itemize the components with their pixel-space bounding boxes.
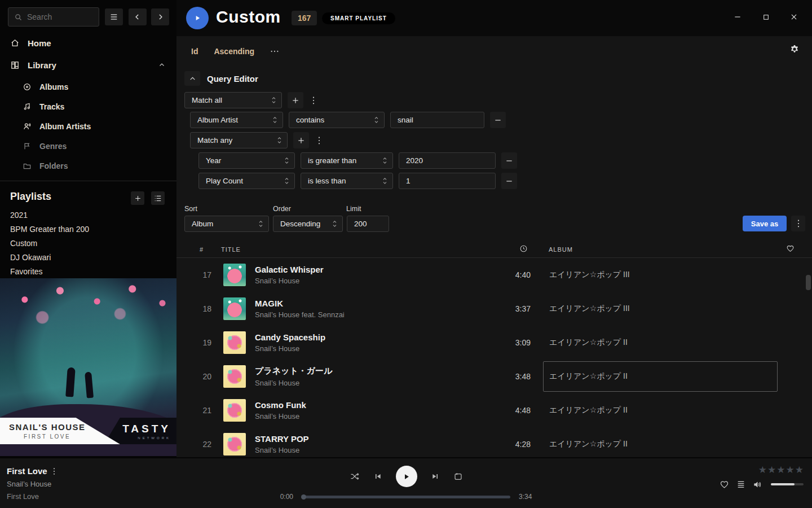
table-row[interactable]: 19 Candy Spaceship Snail’s House 3:09 エイ… — [176, 326, 812, 360]
star-icon[interactable]: ★ — [776, 465, 785, 475]
query-group-1: Match all — [184, 92, 318, 108]
playlist-view-button[interactable] — [151, 191, 165, 205]
sidebar-item-tracks[interactable]: Tracks — [0, 97, 176, 116]
remove-rule-button[interactable] — [490, 112, 506, 128]
table-row[interactable]: 17 Galactic Whisper Snail’s House 4:40 エ… — [176, 258, 812, 292]
sidebar-item-album-artists[interactable]: Album Artists — [0, 116, 176, 136]
volume-button[interactable] — [753, 480, 762, 489]
add-rule-button[interactable] — [293, 132, 309, 148]
remove-rule-button[interactable] — [501, 173, 517, 189]
sidebar-item-folders[interactable]: Folders — [0, 156, 176, 176]
save-as-button[interactable]: Save as — [743, 216, 787, 231]
rule-field-select[interactable]: Year — [198, 152, 295, 169]
playlist-list: 2021 BPM Greater than 200 Custom DJ Okaw… — [0, 208, 176, 278]
rule-operator-select[interactable]: is greater than — [301, 152, 393, 169]
star-icon[interactable]: ★ — [795, 465, 804, 475]
collapse-chevron-icon[interactable] — [158, 62, 165, 68]
close-button[interactable] — [788, 11, 800, 23]
sort-direction-button[interactable]: Ascending — [214, 47, 254, 56]
star-icon[interactable]: ★ — [758, 465, 767, 475]
column-album[interactable]: ALBUM — [549, 246, 573, 253]
query-group-2: Match any — [190, 132, 324, 148]
sidebar-item-library[interactable]: Library — [0, 57, 176, 73]
track-number: 20 — [176, 372, 216, 381]
menu-button[interactable] — [105, 8, 123, 25]
rule-operator-select[interactable]: is less than — [301, 173, 393, 189]
sort-select[interactable]: Album — [184, 216, 269, 232]
table-row[interactable]: 20 プラネット・ガール Snail’s House 3:48 エイリアン☆ポッ… — [176, 360, 812, 393]
library-sublist: Albums Tracks Album Artists Genres Folde… — [0, 77, 176, 176]
remove-rule-button[interactable] — [501, 152, 517, 169]
forward-button[interactable] — [151, 8, 169, 25]
column-index[interactable]: # — [200, 246, 204, 253]
table-row[interactable]: 22 STARRY POP Snail’s House 4:28 エイリアン☆ポ… — [176, 427, 812, 457]
previous-button[interactable] — [373, 472, 382, 481]
now-playing-artwork: TASTY NETWORK SNAIL'S HOUSE FIRST LOVE — [0, 278, 176, 456]
player-right-controls: ★★★★★ — [720, 465, 804, 489]
sort-field-button[interactable]: Id — [191, 47, 198, 56]
back-button[interactable] — [129, 8, 147, 25]
playlist-item[interactable]: 2021 — [0, 208, 176, 222]
more-options-button[interactable] — [270, 50, 279, 53]
search-input[interactable] — [27, 12, 93, 21]
playlist-item[interactable]: BPM Greater than 200 — [0, 222, 176, 236]
sidebar-item-albums[interactable]: Albums — [0, 77, 176, 97]
playlists-title: Playlists — [10, 191, 51, 203]
search-box[interactable] — [8, 7, 99, 27]
select-spinner-icon — [284, 157, 289, 164]
maximize-button[interactable] — [760, 11, 771, 23]
scrollbar-thumb[interactable] — [806, 275, 811, 290]
now-playing-menu-button[interactable] — [53, 467, 55, 475]
star-icon[interactable]: ★ — [786, 465, 795, 475]
rule-field-select[interactable]: Album Artist — [190, 112, 283, 128]
record-label-sub: NETWORK — [138, 436, 171, 440]
query-editor-collapse-button[interactable] — [184, 71, 200, 86]
add-playlist-button[interactable] — [131, 191, 144, 205]
settings-button[interactable] — [789, 44, 800, 54]
rule-operator-select[interactable]: contains — [289, 112, 385, 128]
rule-value-input[interactable] — [390, 112, 484, 128]
smart-playlist-badge: SMART PLAYLIST — [322, 12, 395, 24]
group-menu-button[interactable] — [315, 132, 324, 148]
seek-bar[interactable] — [302, 496, 510, 498]
column-title[interactable]: TITLE — [221, 246, 241, 253]
rating-control[interactable]: ★★★★★ — [758, 465, 804, 475]
shuffle-button[interactable] — [350, 472, 360, 481]
next-button[interactable] — [431, 472, 440, 481]
queue-button[interactable] — [736, 480, 745, 488]
volume-slider[interactable] — [771, 483, 804, 485]
table-row[interactable]: 18 MAGIK Snail’s House feat. Sennzai 3:3… — [176, 292, 812, 326]
track-album: エイリアン☆ポップ III — [543, 294, 778, 324]
kebab-icon — [797, 219, 800, 228]
rule-value-input[interactable] — [399, 173, 496, 189]
save-menu-button[interactable] — [791, 216, 805, 231]
add-rule-button[interactable] — [288, 92, 303, 108]
play-playlist-button[interactable] — [186, 7, 209, 29]
rule-value-input[interactable] — [399, 152, 496, 169]
match-type-select[interactable]: Match any — [190, 132, 288, 148]
select-spinner-icon — [332, 220, 337, 227]
favorite-button[interactable] — [720, 480, 729, 489]
playlist-item[interactable]: Custom — [0, 236, 176, 250]
seek-handle[interactable] — [301, 494, 306, 500]
track-album-focused-cell[interactable]: エイリアン☆ポップ II — [543, 361, 778, 392]
minimize-button[interactable] — [732, 11, 743, 23]
sidebar-item-home[interactable]: Home — [0, 35, 176, 51]
match-type-select[interactable]: Match all — [184, 92, 282, 108]
playlist-item[interactable]: Favorites — [0, 264, 176, 278]
playlist-item[interactable]: DJ Okawari — [0, 250, 176, 264]
group-menu-button[interactable] — [309, 92, 318, 108]
sidebar-item-genres[interactable]: Genres — [0, 136, 176, 156]
now-playing-artist: Snail’s House — [7, 480, 55, 488]
duration-column-clock-icon[interactable] — [519, 244, 528, 253]
table-row[interactable]: 21 Cosmo Funk Snail’s House 4:48 エイリアン☆ポ… — [176, 393, 812, 427]
kebab-icon — [312, 96, 315, 105]
repeat-button[interactable] — [453, 472, 463, 481]
plus-icon — [297, 137, 305, 144]
limit-input[interactable] — [347, 216, 389, 232]
star-icon[interactable]: ★ — [767, 465, 776, 475]
rule-field-select[interactable]: Play Count — [198, 173, 295, 189]
favorite-column-heart-icon[interactable] — [786, 244, 795, 252]
order-select[interactable]: Descending — [273, 216, 343, 232]
play-pause-button[interactable] — [396, 466, 417, 487]
